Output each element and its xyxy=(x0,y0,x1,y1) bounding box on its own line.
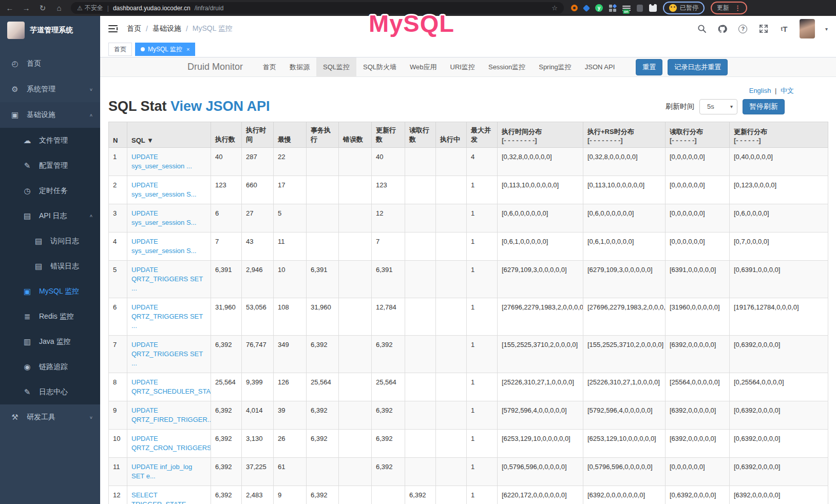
extension-squares-icon[interactable] xyxy=(609,5,616,12)
column-header-max_concurrent[interactable]: 最大并发 xyxy=(467,122,498,148)
column-header-running[interactable]: 执行中 xyxy=(436,122,467,148)
help-icon[interactable]: ? xyxy=(738,24,748,34)
sidebar-item-infrastructure[interactable]: ▣基础设施∧ xyxy=(0,102,100,128)
column-header-update_row_dist[interactable]: 更新行分布[- - - - - -] xyxy=(730,122,828,148)
sidebar-item-home[interactable]: ◴首页 xyxy=(0,51,100,76)
extension-donut-icon[interactable] xyxy=(571,5,578,11)
sidebar-logo-row[interactable]: 芋道管理系统 xyxy=(0,16,100,45)
column-header-fetch_rows[interactable]: 读取行数 xyxy=(405,122,436,148)
extension-misc-icon[interactable] xyxy=(637,5,643,12)
sidebar-item-dev-tools[interactable]: ⚒研发工具∨ xyxy=(0,404,100,430)
font-size-icon[interactable]: tT xyxy=(779,24,789,34)
column-header-exec_time[interactable]: 执行时间 xyxy=(242,122,274,148)
sidebar-item-log-center[interactable]: ✎日志中心 xyxy=(0,379,100,404)
extensions-puzzle-icon[interactable] xyxy=(649,4,657,12)
extension-green-icon[interactable]: y xyxy=(595,4,603,12)
header-actions: ? tT ▾ xyxy=(697,19,828,38)
cell-fetch_row_dist: [0,0,0,0,0,0] xyxy=(666,458,730,486)
column-header-errors[interactable]: 错误数 xyxy=(339,122,372,148)
sql-link[interactable]: UPDATE QRTZ_FIRED_TRIGGER... xyxy=(131,406,211,423)
sidebar-item-system-mgmt[interactable]: ⚙系统管理∨ xyxy=(0,76,100,102)
sidebar-item-mysql-monitor[interactable]: ▣MySQL 监控 xyxy=(0,279,100,304)
sql-link[interactable]: UPDATE sys_user_session S... xyxy=(131,181,196,198)
tab-close-icon[interactable]: × xyxy=(186,43,189,55)
github-icon[interactable] xyxy=(717,24,728,34)
sql-link[interactable]: UPDATE QRTZ_SCHEDULER_STA... xyxy=(131,378,211,395)
druid-nav-item[interactable]: SQL防火墙 xyxy=(356,57,403,77)
lang-separator: | xyxy=(775,87,776,94)
table-header-row: NSQL ▼执行数执行时间最慢事务执行错误数更新行数读取行数执行中最大并发执行时… xyxy=(109,122,828,148)
sql-link[interactable]: UPDATE sys_user_session ... xyxy=(131,153,192,170)
search-icon[interactable] xyxy=(697,24,707,34)
cell-running xyxy=(436,486,467,504)
lang-chinese-link[interactable]: 中文 xyxy=(781,87,794,94)
cell-tx_exec xyxy=(307,176,339,204)
sidebar-item-file-mgmt[interactable]: ☁文件管理 xyxy=(0,128,100,153)
browser-menu-icon[interactable]: ⋮ xyxy=(734,4,741,12)
pause-refresh-button[interactable]: 暂停刷新 xyxy=(743,99,785,114)
sidebar-item-api-logs[interactable]: ▤API 日志∧ xyxy=(0,203,100,228)
sidebar-item-config-mgmt[interactable]: ✎配置管理 xyxy=(0,153,100,178)
reload-icon[interactable]: ↻ xyxy=(38,4,47,13)
druid-nav-item[interactable]: SQL监控 xyxy=(316,57,356,77)
log-and-reset-button[interactable]: 记录日志并重置 xyxy=(668,59,728,75)
sql-link[interactable]: UPDATE inf_job_log SET e... xyxy=(131,463,192,480)
address-bar[interactable]: ⚠ 不安全 | dashboard.yudao.iocoder.cn /infr… xyxy=(71,2,564,14)
paused-extension-pill[interactable]: 已暂停 xyxy=(663,2,705,14)
druid-nav-item[interactable]: 首页 xyxy=(256,57,283,77)
user-avatar[interactable] xyxy=(800,19,815,38)
cell-fetch_row_dist: [0,0,0,0,0,0] xyxy=(666,148,730,176)
druid-nav-item[interactable]: URI监控 xyxy=(444,57,482,77)
column-header-exec_rs_dist[interactable]: 执行+RS时分布[- - - - - - - -] xyxy=(583,122,666,148)
sql-link[interactable]: UPDATE QRTZ_TRIGGERS SET ... xyxy=(131,341,203,367)
druid-brand[interactable]: Druid Monitor xyxy=(187,62,243,72)
back-icon[interactable]: ← xyxy=(5,4,14,12)
tab-MySQL 监控[interactable]: MySQL 监控× xyxy=(135,43,195,56)
view-json-api-link[interactable]: View JSON API xyxy=(170,99,270,114)
cell-exec_count: 31,960 xyxy=(211,298,242,336)
extension-list-icon[interactable]: on xyxy=(622,5,631,12)
bookmark-star-icon[interactable]: ☆ xyxy=(552,4,558,12)
sql-link[interactable]: UPDATE QRTZ_CRON_TRIGGERS... xyxy=(131,435,211,452)
column-header-tx_exec[interactable]: 事务执行 xyxy=(307,122,339,148)
extension-gem-icon[interactable] xyxy=(583,4,590,11)
tab-active-dot-icon xyxy=(141,47,145,51)
druid-nav-item[interactable]: JSON API xyxy=(578,57,622,77)
sidebar-item-tracing[interactable]: ◉链路追踪 xyxy=(0,354,100,379)
fullscreen-icon[interactable] xyxy=(758,24,769,34)
forward-icon[interactable]: → xyxy=(22,4,31,12)
column-header-exec_time_dist[interactable]: 执行时间分布[- - - - - - - -] xyxy=(498,122,583,148)
sql-link[interactable]: SELECT TRIGGER_STATE xyxy=(131,491,186,504)
column-bucket-legend: [- - - - - -] xyxy=(734,137,761,144)
druid-nav-item[interactable]: Session监控 xyxy=(482,57,532,77)
column-header-exec_count[interactable]: 执行数 xyxy=(211,122,242,148)
sql-link[interactable]: UPDATE QRTZ_TRIGGERS SET ... xyxy=(131,303,203,329)
sql-link[interactable]: UPDATE sys_user_session S... xyxy=(131,238,196,255)
column-header-n[interactable]: N xyxy=(109,122,127,148)
sql-link[interactable]: UPDATE QRTZ_TRIGGERS SET ... xyxy=(131,266,203,292)
druid-nav-item[interactable]: Spring监控 xyxy=(532,57,578,77)
column-header-fetch_row_dist[interactable]: 读取行分布[- - - - - -] xyxy=(666,122,730,148)
druid-nav-item[interactable]: Web应用 xyxy=(403,57,444,77)
home-icon[interactable]: ⌂ xyxy=(54,4,64,12)
column-header-update_rows[interactable]: 更新行数 xyxy=(372,122,405,148)
sidebar-item-access-logs[interactable]: ▤访问日志 xyxy=(0,228,100,254)
column-header-slowest[interactable]: 最慢 xyxy=(274,122,307,148)
sidebar-item-redis-monitor[interactable]: ≣Redis 监控 xyxy=(0,304,100,329)
reset-button[interactable]: 重置 xyxy=(636,59,662,75)
chevron-down-icon[interactable]: ▾ xyxy=(825,26,828,32)
sidebar-item-java-monitor[interactable]: ▥Java 监控 xyxy=(0,329,100,354)
sidebar-item-scheduled-jobs[interactable]: ◷定时任务 xyxy=(0,178,100,203)
sidebar-item-error-logs[interactable]: ▤错误日志 xyxy=(0,254,100,279)
refresh-interval-select[interactable]: 5s ▾ xyxy=(699,99,737,114)
chrome-update-pill[interactable]: 更新 ⋮ xyxy=(711,2,747,14)
not-secure-warning[interactable]: ⚠ 不安全 xyxy=(77,4,103,12)
menu-fold-icon[interactable] xyxy=(108,25,118,32)
sql-link[interactable]: UPDATE sys_user_session S... xyxy=(131,209,196,226)
tab-首页[interactable]: 首页 xyxy=(108,43,132,56)
breadcrumb-item[interactable]: 首页 xyxy=(127,24,141,33)
breadcrumb-item[interactable]: 基础设施 xyxy=(153,24,181,33)
column-header-sql[interactable]: SQL ▼ xyxy=(127,122,211,148)
lang-english-link[interactable]: English xyxy=(749,87,771,94)
druid-nav-item[interactable]: 数据源 xyxy=(283,57,316,77)
